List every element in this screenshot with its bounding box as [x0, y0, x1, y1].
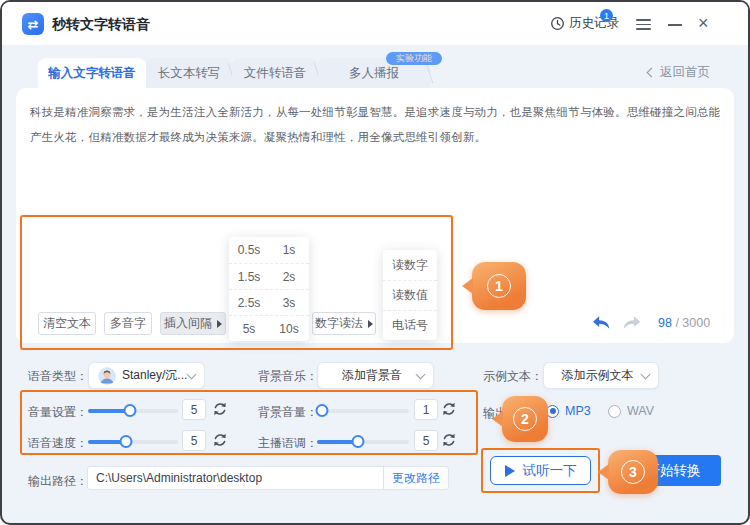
tone-slider[interactable]	[317, 435, 409, 448]
text-editor[interactable]: 科技是精准洞察需求，是为生活注入全新活力，从每一处细节彰显智慧。是追求速度与动力…	[30, 100, 722, 150]
reading-option[interactable]: 读数字	[383, 250, 437, 280]
annotation-number: 1	[487, 274, 511, 298]
back-home-link[interactable]: 返回首页	[648, 64, 710, 81]
annotation-number: 3	[621, 460, 645, 484]
change-path-link[interactable]: 更改路径	[384, 467, 448, 489]
pause-option[interactable]: 5s	[229, 322, 269, 336]
speed-slider[interactable]	[88, 435, 178, 448]
chevron-down-icon	[416, 369, 426, 379]
clock-icon	[550, 16, 565, 31]
tab-input-tts[interactable]: 输入文字转语音	[38, 58, 146, 88]
reading-option[interactable]: 读数值	[383, 280, 437, 310]
reset-icon[interactable]	[212, 401, 228, 417]
submenu-arrow-icon	[217, 320, 222, 328]
clear-text-button[interactable]: 清空文本	[38, 312, 96, 335]
chevron-down-icon	[641, 369, 651, 379]
chevron-left-icon	[647, 68, 657, 78]
speed-label: 语音速度：	[28, 435, 88, 452]
reading-option[interactable]: 电话号	[383, 310, 437, 340]
tone-value-input[interactable]: 5	[414, 430, 438, 451]
slider-thumb[interactable]	[315, 404, 328, 417]
format-mp3-label: MP3	[565, 404, 591, 418]
bg-volume-value-input[interactable]: 1	[414, 399, 438, 420]
bgm-value: 添加背景音	[327, 367, 417, 384]
bg-volume-label: 背景音量：	[258, 404, 318, 421]
voice-type-dropdown[interactable]: Stanley/沉...	[88, 362, 205, 389]
output-path-label: 输出路径：	[28, 473, 88, 490]
editor-card: 科技是精准洞察需求，是为生活注入全新活力，从每一处细节彰显智慧。是追求速度与动力…	[16, 88, 734, 343]
title-bar: ⇄ 秒转文字转语音 历史记录 1 ×	[2, 2, 748, 45]
number-reading-popup: 读数字 读数值 电话号	[383, 250, 437, 340]
speed-value-input[interactable]: 5	[182, 430, 206, 451]
pause-option[interactable]: 1.5s	[229, 270, 269, 284]
app-title: 秒转文字转语音	[52, 16, 150, 34]
output-path-group: 更改路径	[87, 466, 449, 490]
chevron-down-icon	[187, 369, 197, 379]
experimental-badge: 实验功能	[386, 52, 442, 65]
close-button[interactable]: ×	[698, 13, 709, 34]
voice-type-value: Stanley/沉...	[122, 367, 188, 384]
pause-options-popup: 0.5s1s 1.5s2s 2.5s3s 5s10s	[229, 237, 309, 341]
format-radio-mp3[interactable]: MP3	[546, 404, 591, 418]
format-radio-wav[interactable]: WAV	[608, 404, 654, 418]
pause-option[interactable]: 10s	[269, 322, 309, 336]
reset-icon[interactable]	[212, 432, 228, 448]
bgm-dropdown[interactable]: 添加背景音	[317, 362, 434, 389]
volume-value-input[interactable]: 5	[182, 399, 206, 420]
slider-thumb[interactable]	[124, 404, 137, 417]
tab-long-text[interactable]: 长文本转写	[146, 58, 232, 88]
pause-option[interactable]: 1s	[269, 243, 309, 257]
reset-icon[interactable]	[441, 401, 457, 417]
bg-volume-slider[interactable]	[317, 404, 409, 417]
submenu-arrow-icon	[368, 320, 373, 328]
swap-icon: ⇄	[28, 17, 39, 32]
tab-file-tts[interactable]: 文件转语音	[232, 58, 318, 88]
slider-thumb[interactable]	[352, 435, 365, 448]
undo-icon[interactable]	[591, 314, 612, 331]
play-icon	[505, 465, 515, 477]
minimize-button[interactable]	[668, 24, 682, 26]
pause-option[interactable]: 0.5s	[229, 243, 269, 257]
pause-option[interactable]: 3s	[269, 296, 309, 310]
sample-text-dropdown[interactable]: 添加示例文本	[543, 362, 659, 389]
app-window: ⇄ 秒转文字转语音 历史记录 1 × 输入文字转语音 长文本转写 文件转语音 多…	[0, 0, 750, 525]
sample-text-label: 示例文本：	[483, 368, 543, 385]
pause-option[interactable]: 2s	[269, 270, 309, 284]
reset-icon[interactable]	[441, 432, 457, 448]
annotation-bubble-3: 3	[608, 450, 658, 494]
bgm-label: 背景音乐：	[258, 368, 318, 385]
format-wav-label: WAV	[627, 404, 654, 418]
sample-text-value: 添加示例文本	[553, 367, 642, 384]
voice-type-label: 语音类型：	[28, 368, 88, 385]
slider-thumb[interactable]	[119, 435, 132, 448]
pause-option[interactable]: 2.5s	[229, 296, 269, 310]
redo-icon[interactable]	[621, 314, 642, 331]
menu-icon[interactable]	[636, 19, 651, 30]
preview-button-label: 试听一下	[523, 462, 577, 480]
insert-pause-button[interactable]: 插入间隔	[160, 312, 226, 335]
history-badge: 1	[600, 9, 613, 22]
output-path-input[interactable]	[88, 467, 384, 489]
polyphonic-button[interactable]: 多音字	[104, 312, 152, 335]
annotation-bubble-1: 1	[472, 262, 526, 310]
app-logo-icon: ⇄	[22, 13, 44, 35]
char-counter: 98 / 3000	[658, 316, 710, 330]
radio-unselected-icon	[608, 405, 621, 418]
number-reading-button[interactable]: 数字读法	[312, 312, 376, 335]
tone-label: 主播语调：	[258, 435, 318, 452]
annotation-bubble-2: 2	[502, 396, 548, 442]
back-home-label: 返回首页	[660, 64, 710, 81]
voice-avatar	[98, 367, 116, 385]
annotation-number: 2	[513, 407, 537, 431]
volume-label: 音量设置：	[28, 404, 88, 421]
volume-slider[interactable]	[88, 404, 178, 417]
preview-button[interactable]: 试听一下	[490, 456, 591, 485]
